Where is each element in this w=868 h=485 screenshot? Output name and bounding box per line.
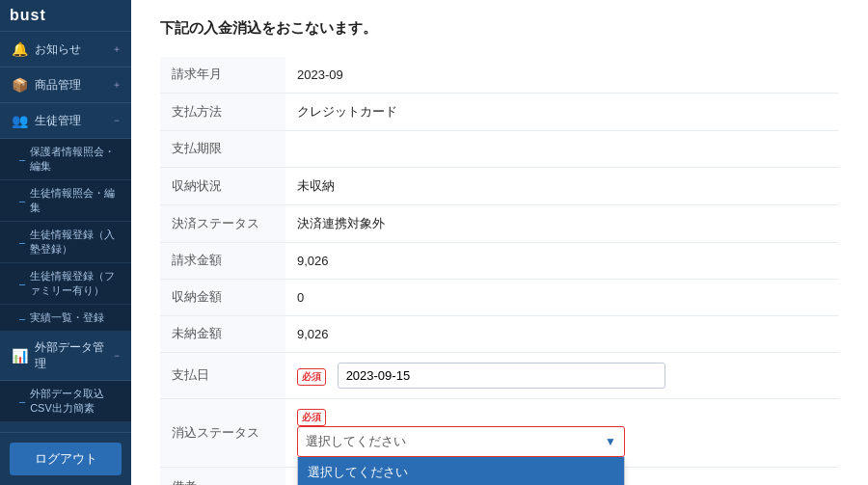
status-dropdown-trigger[interactable]: 選択してください ▼ [297,426,625,457]
table-row: 請求金額 9,026 [160,243,839,280]
field-value-payment-method: クレジットカード [285,94,839,131]
field-label-payment-deadline: 支払期限 [160,131,285,168]
table-row-payment-date: 支払日 必須 [160,353,839,399]
sidebar-sub-external-data[interactable]: 外部データ取込CSV出力簡素 [0,381,131,422]
sidebar-sub-student-register[interactable]: 生徒情報登録（入塾登録） [0,222,131,263]
sidebar-label-products: 商品管理 [35,77,112,94]
sidebar-label-external: 外部データ管理 [35,339,112,372]
sidebar-item-notifications[interactable]: 🔔 お知らせ ＋ [0,32,131,67]
field-label-payment-method: 支払方法 [160,94,285,131]
main-content: 下記の入金消込をおこないます。 請求年月 2023-09 支払方法 クレジットカ… [131,0,868,485]
products-icon: 📦 [10,75,29,94]
field-label-status: 消込ステータス [160,399,285,468]
status-dropdown-list: 選択してください 手動消込（現金入金） 手動消込（翌月取請求） 手動消込（請求充… [297,457,625,485]
table-row: 未納金額 9,026 [160,316,839,353]
payment-date-input[interactable] [338,363,665,389]
table-row: 収納状況 未収納 [160,168,839,205]
sidebar-label-notifications: お知らせ [35,41,112,58]
chevron-icon: ＋ [112,78,122,92]
billing-icon: 📋 [10,430,29,432]
field-value-payment-deadline [285,131,839,168]
chevron-icon: － [112,114,122,127]
status-dropdown-container: 選択してください ▼ 選択してください 手動消込（現金入金） 手動消込（翌月取請… [297,426,625,457]
required-badge-date: 必須 [297,368,326,386]
logout-section: ログアウト [0,432,131,485]
field-label-billed-amount: 請求金額 [160,243,285,280]
sidebar-sub-student-info[interactable]: 生徒情報照会・編集 [0,180,131,222]
field-label-collected-amount: 収納金額 [160,280,285,316]
required-badge-status: 必須 [297,409,326,426]
field-label-unpaid-amount: 未納金額 [160,316,285,353]
chevron-icon: － [112,349,122,363]
page-title: 下記の入金消込をおこないます。 [160,19,839,38]
dropdown-option-default[interactable]: 選択してください [298,457,624,485]
sidebar-item-products[interactable]: 📦 商品管理 ＋ [0,67,131,103]
sidebar-sub-student-family[interactable]: 生徒情報登録（ファミリー有り） [0,263,131,305]
field-label-remarks: 備考 [160,468,285,486]
sidebar-sub-achievements[interactable]: 実績一覧・登録 [0,305,131,332]
logout-button[interactable]: ログアウト [10,443,122,475]
sidebar: bust 🔔 お知らせ ＋ 📦 商品管理 ＋ 👥 生徒管理 － 保護者情報照会・… [0,0,131,485]
status-dropdown-value: 選択してください [306,433,406,450]
field-value-collected-amount: 0 [285,280,839,316]
table-row: 支払期限 [160,131,839,168]
form-table: 請求年月 2023-09 支払方法 クレジットカード 支払期限 収納状況 未収納… [160,57,839,485]
sidebar-item-students[interactable]: 👥 生徒管理 － [0,103,131,139]
app-logo: bust [0,0,131,32]
sidebar-item-billing[interactable]: 📋 請求収納管理 － [0,422,131,432]
field-value-unpaid-amount: 9,026 [285,316,839,353]
table-row: 収納金額 0 [160,280,839,316]
field-value-billed-amount: 9,026 [285,243,839,280]
field-cell-payment-date: 必須 [285,353,839,399]
sidebar-menu: 🔔 お知らせ ＋ 📦 商品管理 ＋ 👥 生徒管理 － 保護者情報照会・編集 生徒… [0,32,131,432]
table-row-status: 消込ステータス 必須 選択してください ▼ 選択してください 手動消込（現金入金… [160,399,839,468]
sidebar-sub-guardian[interactable]: 保護者情報照会・編集 [0,139,131,180]
sidebar-label-billing: 請求収納管理 [35,432,112,433]
field-value-collection-status: 未収納 [285,168,839,205]
external-icon: 📊 [10,346,29,365]
sidebar-item-external[interactable]: 📊 外部データ管理 － [0,332,131,381]
field-label-payment-status: 決済ステータス [160,205,285,243]
chevron-icon: ＋ [112,42,122,56]
students-icon: 👥 [10,111,29,130]
field-label-payment-date: 支払日 [160,353,285,399]
field-label-billing-month: 請求年月 [160,57,285,94]
field-value-billing-month: 2023-09 [285,57,839,94]
field-cell-status: 必須 選択してください ▼ 選択してください 手動消込（現金入金） 手動消込（翌… [285,399,839,468]
field-label-collection-status: 収納状況 [160,168,285,205]
field-value-payment-status: 決済連携対象外 [285,205,839,243]
table-row: 請求年月 2023-09 [160,57,839,94]
table-row: 支払方法 クレジットカード [160,94,839,131]
external-submenu: 外部データ取込CSV出力簡素 [0,381,131,422]
chevron-down-icon: ▼ [605,435,616,448]
notifications-icon: 🔔 [10,40,29,59]
students-submenu: 保護者情報照会・編集 生徒情報照会・編集 生徒情報登録（入塾登録） 生徒情報登録… [0,139,131,332]
sidebar-label-students: 生徒管理 [35,113,112,129]
table-row: 決済ステータス 決済連携対象外 [160,205,839,243]
